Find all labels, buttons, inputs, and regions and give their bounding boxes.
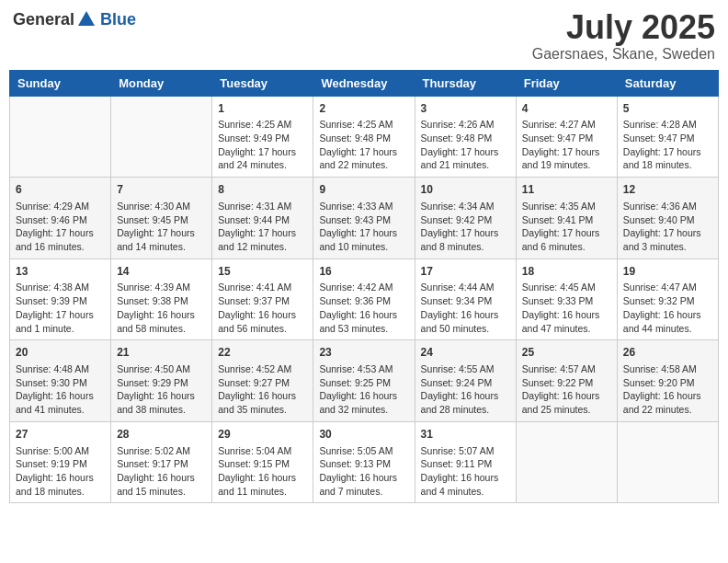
day-number: 28 (117, 427, 206, 442)
calendar-cell: 6Sunrise: 4:29 AMSunset: 9:46 PMDaylight… (10, 178, 111, 259)
day-info: Daylight: 17 hours and 16 minutes. (16, 226, 105, 253)
day-info: Daylight: 17 hours and 22 minutes. (319, 145, 408, 172)
calendar-cell (617, 421, 718, 503)
day-info: Sunrise: 4:26 AM (421, 118, 510, 132)
day-info: Sunset: 9:48 PM (319, 132, 408, 145)
day-number: 5 (623, 101, 712, 117)
calendar-cell: 18Sunrise: 4:45 AMSunset: 9:33 PMDayligh… (516, 259, 617, 340)
month-title: July 2025 (532, 9, 715, 46)
logo: General Blue (13, 9, 136, 29)
day-info: Sunrise: 4:34 AM (421, 200, 510, 213)
calendar-cell: 1Sunrise: 4:25 AMSunset: 9:49 PMDaylight… (212, 96, 313, 178)
day-info: Sunset: 9:44 PM (218, 213, 307, 227)
day-info: Sunset: 9:47 PM (623, 132, 712, 145)
day-info: Sunset: 9:47 PM (522, 132, 611, 145)
day-info: Sunset: 9:11 PM (421, 457, 510, 471)
day-info: Daylight: 16 hours and 7 minutes. (319, 471, 408, 498)
day-info: Sunrise: 4:53 AM (319, 362, 408, 376)
day-info: Sunset: 9:13 PM (319, 457, 408, 471)
day-info: Daylight: 17 hours and 12 minutes. (218, 226, 307, 253)
week-row-2: 6Sunrise: 4:29 AMSunset: 9:46 PMDaylight… (10, 178, 719, 259)
day-info: Sunset: 9:40 PM (623, 213, 712, 227)
day-number: 31 (421, 427, 510, 442)
day-info: Sunrise: 4:29 AM (16, 200, 105, 213)
day-info: Sunset: 9:17 PM (117, 457, 206, 471)
calendar-cell: 9Sunrise: 4:33 AMSunset: 9:43 PMDaylight… (313, 178, 415, 259)
calendar-cell: 3Sunrise: 4:26 AMSunset: 9:48 PMDaylight… (415, 96, 516, 178)
day-info: Daylight: 16 hours and 58 minutes. (117, 308, 206, 335)
calendar-cell: 22Sunrise: 4:52 AMSunset: 9:27 PMDayligh… (212, 340, 313, 422)
day-number: 4 (522, 101, 611, 117)
calendar-cell (111, 96, 212, 178)
day-info: Sunset: 9:15 PM (218, 457, 307, 471)
day-info: Sunset: 9:38 PM (117, 294, 206, 308)
day-number: 14 (117, 264, 206, 280)
day-number: 24 (421, 345, 510, 361)
day-info: Sunrise: 4:38 AM (16, 281, 105, 294)
day-info: Daylight: 16 hours and 44 minutes. (623, 308, 712, 335)
day-info: Daylight: 16 hours and 35 minutes. (218, 389, 307, 416)
day-number: 10 (421, 182, 510, 198)
day-info: Daylight: 16 hours and 28 minutes. (421, 389, 510, 416)
day-number: 19 (623, 264, 712, 280)
calendar-cell: 23Sunrise: 4:53 AMSunset: 9:25 PMDayligh… (313, 340, 415, 422)
day-number: 30 (319, 427, 408, 442)
calendar-cell: 30Sunrise: 5:05 AMSunset: 9:13 PMDayligh… (313, 421, 415, 503)
svg-marker-0 (78, 11, 95, 26)
day-info: Daylight: 17 hours and 1 minute. (16, 308, 105, 335)
day-number: 11 (522, 182, 611, 198)
day-number: 16 (319, 264, 408, 280)
day-number: 22 (218, 345, 307, 361)
weekday-header-monday: Monday (111, 70, 212, 96)
calendar-cell: 29Sunrise: 5:04 AMSunset: 9:15 PMDayligh… (212, 421, 313, 503)
day-info: Daylight: 16 hours and 50 minutes. (421, 308, 510, 335)
day-info: Daylight: 17 hours and 3 minutes. (623, 226, 712, 253)
page-header: General Blue July 2025 Gaersnaes, Skane,… (9, 9, 719, 63)
day-number: 12 (623, 182, 712, 198)
day-info: Sunset: 9:48 PM (421, 132, 510, 145)
calendar-cell: 31Sunrise: 5:07 AMSunset: 9:11 PMDayligh… (415, 421, 516, 503)
weekday-header-row: SundayMondayTuesdayWednesdayThursdayFrid… (10, 70, 719, 96)
calendar-cell: 14Sunrise: 4:39 AMSunset: 9:38 PMDayligh… (111, 259, 212, 340)
day-number: 27 (16, 427, 105, 442)
calendar-cell: 10Sunrise: 4:34 AMSunset: 9:42 PMDayligh… (415, 178, 516, 259)
calendar-cell: 12Sunrise: 4:36 AMSunset: 9:40 PMDayligh… (617, 178, 718, 259)
weekday-header-sunday: Sunday (10, 70, 111, 96)
day-info: Sunset: 9:19 PM (16, 457, 105, 471)
calendar-cell: 27Sunrise: 5:00 AMSunset: 9:19 PMDayligh… (10, 421, 111, 503)
day-info: Sunset: 9:20 PM (623, 376, 712, 390)
day-info: Sunrise: 4:55 AM (421, 362, 510, 376)
day-number: 2 (319, 101, 408, 117)
calendar-table: SundayMondayTuesdayWednesdayThursdayFrid… (9, 70, 719, 504)
day-number: 20 (16, 345, 105, 361)
logo-icon (76, 9, 97, 29)
day-info: Sunrise: 5:07 AM (421, 444, 510, 458)
calendar-cell: 17Sunrise: 4:44 AMSunset: 9:34 PMDayligh… (415, 259, 516, 340)
day-number: 13 (16, 264, 105, 280)
day-info: Daylight: 17 hours and 18 minutes. (623, 145, 712, 172)
calendar-cell (516, 421, 617, 503)
day-info: Sunset: 9:24 PM (421, 376, 510, 390)
day-info: Sunrise: 5:04 AM (218, 444, 307, 458)
week-row-4: 20Sunrise: 4:48 AMSunset: 9:30 PMDayligh… (10, 340, 719, 422)
logo-general: General (13, 10, 74, 29)
day-info: Daylight: 16 hours and 56 minutes. (218, 308, 307, 335)
day-info: Daylight: 17 hours and 24 minutes. (218, 145, 307, 172)
day-info: Sunset: 9:27 PM (218, 376, 307, 390)
calendar-cell: 21Sunrise: 4:50 AMSunset: 9:29 PMDayligh… (111, 340, 212, 422)
day-info: Sunrise: 4:42 AM (319, 281, 408, 294)
day-info: Daylight: 17 hours and 14 minutes. (117, 226, 206, 253)
day-number: 17 (421, 264, 510, 280)
weekday-header-friday: Friday (516, 70, 617, 96)
day-info: Sunrise: 4:25 AM (319, 118, 408, 132)
day-info: Sunrise: 4:31 AM (218, 200, 307, 213)
calendar-cell: 19Sunrise: 4:47 AMSunset: 9:32 PMDayligh… (617, 259, 718, 340)
day-info: Sunrise: 5:02 AM (117, 444, 206, 458)
day-info: Sunrise: 4:27 AM (522, 118, 611, 132)
day-number: 7 (117, 182, 206, 198)
day-info: Sunset: 9:32 PM (623, 294, 712, 308)
weekday-header-tuesday: Tuesday (212, 70, 313, 96)
day-number: 15 (218, 264, 307, 280)
day-info: Sunset: 9:46 PM (16, 213, 105, 227)
day-info: Daylight: 17 hours and 21 minutes. (421, 145, 510, 172)
